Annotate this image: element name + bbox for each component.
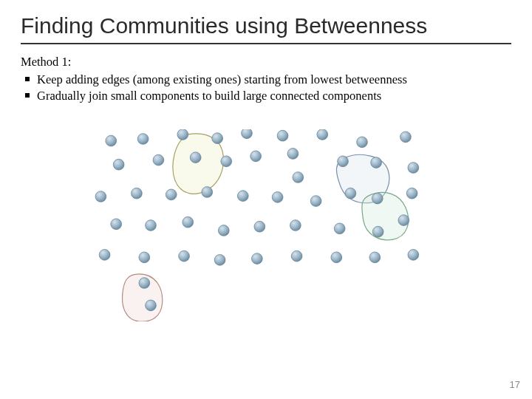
graph-node: [212, 133, 223, 144]
graph-node: [166, 189, 177, 200]
graph-node: [338, 156, 349, 167]
graph-node: [139, 278, 150, 289]
graph-node: [310, 196, 321, 207]
graph-node: [317, 129, 328, 140]
bullet-list: Keep adding edges (among existing ones) …: [21, 72, 511, 105]
graph-node: [331, 252, 342, 263]
graph-node: [179, 250, 190, 262]
graph-node: [372, 193, 383, 204]
graph-node: [369, 252, 381, 263]
graph-node: [398, 215, 409, 226]
network-graphic: [59, 129, 473, 321]
graph-node: [408, 163, 419, 174]
graph-node: [190, 152, 201, 163]
graph-node: [334, 223, 345, 234]
graph-node: [372, 226, 383, 237]
graph-node: [214, 254, 225, 265]
graph-node: [290, 220, 301, 231]
graph-node: [357, 137, 368, 148]
graph-node: [146, 220, 157, 231]
graph-node: [137, 134, 149, 145]
graph-node: [287, 149, 299, 160]
graph-node: [183, 216, 194, 228]
graph-node: [113, 159, 124, 170]
graph-node: [408, 250, 419, 261]
slide-title: Finding Communities using Betweenness: [21, 13, 511, 44]
graph-node: [254, 221, 265, 232]
graph-node: [177, 129, 188, 140]
graph-node: [95, 191, 106, 202]
graph-node: [106, 135, 117, 146]
graph-node: [146, 300, 157, 311]
graph-node: [406, 188, 417, 199]
graph-node: [291, 250, 302, 262]
graph-node: [153, 154, 164, 166]
graph-node: [221, 156, 232, 167]
graph-node: [237, 191, 248, 202]
graph-node: [132, 188, 143, 199]
graph-node: [139, 252, 150, 263]
bullet-item: Keep adding edges (among existing ones) …: [21, 72, 511, 88]
graph-node: [218, 225, 229, 236]
method-label: Method 1:: [21, 55, 511, 69]
graph-node: [111, 219, 122, 230]
graph-node: [293, 172, 304, 183]
graph-node: [371, 157, 382, 168]
graph-node: [345, 188, 356, 199]
bullet-item: Gradually join small components to build…: [21, 88, 511, 104]
graph-node: [242, 129, 253, 139]
graph-node: [202, 187, 213, 198]
graph-node: [99, 250, 110, 261]
graph-node: [250, 151, 262, 162]
graph-node: [252, 253, 263, 265]
page-number: 17: [510, 379, 520, 390]
graph-node: [277, 130, 288, 141]
graph-node: [400, 132, 412, 143]
graph-node: [272, 192, 283, 203]
